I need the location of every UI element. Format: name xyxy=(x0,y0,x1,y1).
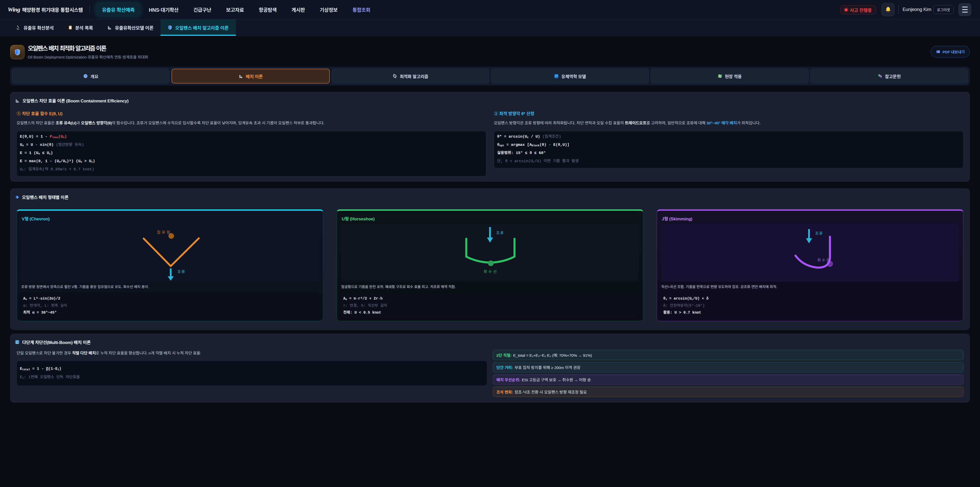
svg-text:조류: 조류 xyxy=(815,231,823,235)
svg-text:회수선: 회수선 xyxy=(484,270,498,274)
svg-text:집유점: 집유점 xyxy=(157,230,171,235)
svg-text:조류: 조류 xyxy=(177,270,186,274)
svg-text:조류: 조류 xyxy=(496,231,504,235)
